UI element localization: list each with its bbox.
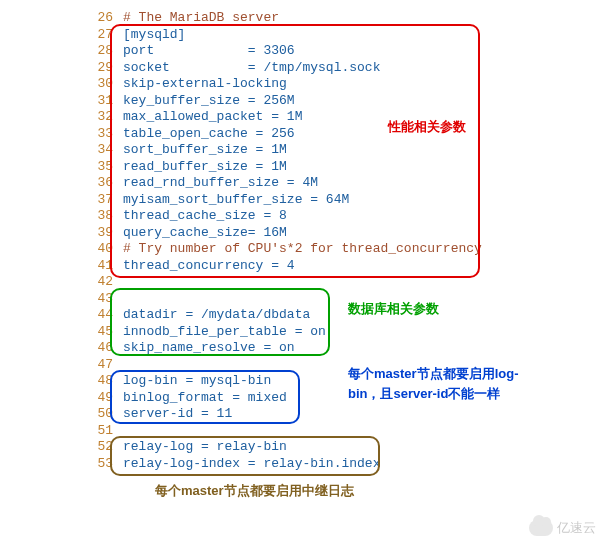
code-line: 45innodb_file_per_table = on [95,324,495,341]
line-number: 30 [95,76,123,93]
line-number: 51 [95,423,123,440]
code-line: 49binlog_format = mixed [95,390,495,407]
line-number: 44 [95,307,123,324]
line-text: relay-log-index = relay-bin.index [123,456,380,473]
line-number: 37 [95,192,123,209]
line-text: log-bin = mysql-bin [123,373,271,390]
code-line: 41thread_concurrency = 4 [95,258,495,275]
code-line: 27[mysqld] [95,27,495,44]
line-number: 35 [95,159,123,176]
line-number: 32 [95,109,123,126]
line-number: 27 [95,27,123,44]
code-line: 39query_cache_size= 16M [95,225,495,242]
watermark-text: 亿速云 [557,519,596,537]
line-number: 40 [95,241,123,258]
line-number: 50 [95,406,123,423]
line-number: 53 [95,456,123,473]
line-text: socket = /tmp/mysql.sock [123,60,380,77]
line-number: 47 [95,357,123,374]
line-text: relay-log = relay-bin [123,439,287,456]
line-text: query_cache_size= 16M [123,225,287,242]
code-line: 40# Try number of CPU's*2 for thread_con… [95,241,495,258]
code-line: 53relay-log-index = relay-bin.index [95,456,495,473]
code-line: 46skip_name_resolve = on [95,340,495,357]
code-line: 31key_buffer_size = 256M [95,93,495,110]
line-text: # Try number of CPU's*2 for thread_concu… [123,241,482,258]
line-number: 49 [95,390,123,407]
line-text: datadir = /mydata/dbdata [123,307,310,324]
line-number: 52 [95,439,123,456]
line-text: read_rnd_buffer_size = 4M [123,175,318,192]
line-number: 45 [95,324,123,341]
code-line: 47 [95,357,495,374]
line-text: skip-external-locking [123,76,287,93]
code-line: 34sort_buffer_size = 1M [95,142,495,159]
line-text: # The MariaDB server [123,10,279,27]
code-line: 51 [95,423,495,440]
line-text: table_open_cache = 256 [123,126,295,143]
line-number: 33 [95,126,123,143]
line-text: binlog_format = mixed [123,390,287,407]
code-line: 33table_open_cache = 256 [95,126,495,143]
line-number: 29 [95,60,123,77]
code-line: 32max_allowed_packet = 1M [95,109,495,126]
line-text: skip_name_resolve = on [123,340,295,357]
code-line: 26# The MariaDB server [95,10,495,27]
line-number: 38 [95,208,123,225]
line-text: max_allowed_packet = 1M [123,109,302,126]
line-text: server-id = 11 [123,406,232,423]
line-text: [mysqld] [123,27,185,44]
code-line: 35read_buffer_size = 1M [95,159,495,176]
line-text: sort_buffer_size = 1M [123,142,287,159]
line-text: thread_concurrency = 4 [123,258,295,275]
line-number: 46 [95,340,123,357]
line-number: 28 [95,43,123,60]
line-number: 34 [95,142,123,159]
line-number: 42 [95,274,123,291]
line-number: 39 [95,225,123,242]
line-text: myisam_sort_buffer_size = 64M [123,192,349,209]
line-text: port = 3306 [123,43,295,60]
annotation-relay: 每个master节点都要启用中继日志 [155,482,354,500]
code-line: 36read_rnd_buffer_size = 4M [95,175,495,192]
line-number: 43 [95,291,123,308]
code-line: 37myisam_sort_buffer_size = 64M [95,192,495,209]
code-line: 52relay-log = relay-bin [95,439,495,456]
code-line: 28port = 3306 [95,43,495,60]
code-line: 30skip-external-locking [95,76,495,93]
cloud-icon [529,520,553,536]
line-text: innodb_file_per_table = on [123,324,326,341]
line-number: 48 [95,373,123,390]
code-line: 42 [95,274,495,291]
code-line: 38thread_cache_size = 8 [95,208,495,225]
line-number: 36 [95,175,123,192]
line-number: 41 [95,258,123,275]
code-line: 43 [95,291,495,308]
watermark: 亿速云 [529,519,596,537]
code-line: 29socket = /tmp/mysql.sock [95,60,495,77]
line-text: key_buffer_size = 256M [123,93,295,110]
line-text: thread_cache_size = 8 [123,208,287,225]
code-line: 50server-id = 11 [95,406,495,423]
code-editor: 26# The MariaDB server27[mysqld]28port =… [95,10,495,472]
code-line: 44datadir = /mydata/dbdata [95,307,495,324]
code-line: 48log-bin = mysql-bin [95,373,495,390]
line-number: 26 [95,10,123,27]
line-number: 31 [95,93,123,110]
line-text: read_buffer_size = 1M [123,159,287,176]
